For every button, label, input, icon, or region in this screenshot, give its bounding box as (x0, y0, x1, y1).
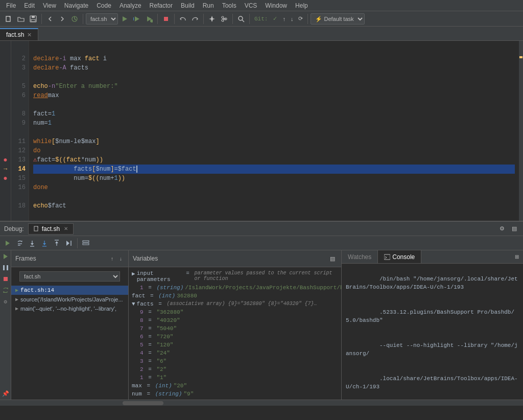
menu-edit[interactable]: Edit (20, 0, 39, 11)
breakpoint-dot-2: ● (3, 175, 7, 182)
var-facts-3: 3 = "6" (129, 357, 341, 365)
variables-expand-btn[interactable]: ▤ (328, 252, 337, 265)
git-commit-btn[interactable]: ✓ (271, 13, 279, 25)
scroll-thumb[interactable] (123, 401, 163, 405)
menu-help[interactable]: Help (291, 0, 312, 11)
var-facts-8: 8 = "40320" (129, 316, 341, 324)
frame-item-3[interactable]: ▶ main('--quiet', '--no-highlight', '--l… (11, 304, 128, 313)
toolbar-vcs-btn[interactable] (219, 13, 230, 25)
toolbar-run-btn[interactable] (119, 13, 130, 25)
svg-marker-31 (66, 241, 69, 246)
git-fetch-btn[interactable]: ⟳ (296, 13, 305, 25)
toolbar-save-btn[interactable] (28, 13, 39, 25)
toolbar-pin-btn[interactable] (206, 13, 218, 25)
gutter-line-13: ● (0, 155, 11, 165)
tab-console[interactable]: Console (378, 250, 421, 263)
var-desc-facts: (associative array) {9}="362880" {8}="40… (167, 301, 320, 307)
var-num: num = (string) "9" (129, 390, 341, 398)
frames-down-btn[interactable]: ↓ (117, 252, 124, 265)
menu-code[interactable]: Code (92, 0, 115, 11)
code-content[interactable]: declare -i max fact i declare -A facts e… (29, 41, 519, 221)
menu-run[interactable]: Run (199, 0, 218, 11)
debug-tab-close[interactable]: ✕ (64, 226, 68, 231)
ln-17 (14, 192, 26, 201)
menu-file[interactable]: File (2, 0, 20, 11)
debug-frames-btn[interactable] (80, 237, 91, 249)
debug-sidebar-stop[interactable] (2, 275, 10, 283)
toolbar-sep-6 (232, 14, 233, 24)
menu-tools[interactable]: Tools (218, 0, 241, 11)
debug-step-into-my-code-btn[interactable] (39, 237, 50, 249)
debug-sidebar-rerun[interactable] (2, 286, 10, 294)
debug-tab-fact[interactable]: fact.sh ✕ (28, 223, 74, 235)
code-line-17 (33, 192, 515, 201)
svg-rect-36 (3, 265, 5, 270)
frames-up-btn[interactable]: ↑ (109, 252, 115, 265)
ln-12: 12 (14, 146, 26, 155)
debug-sidebar-pause[interactable] (2, 264, 10, 272)
debug-sidebar-settings[interactable]: ⚙ (2, 297, 10, 306)
var-input-params[interactable]: ▶ input parameters = parameter values pa… (129, 269, 341, 284)
menu-refactor[interactable]: Refactor (146, 0, 177, 11)
git-pull-btn[interactable]: ↓ (289, 13, 296, 25)
variables-content[interactable]: ▶ input parameters = parameter values pa… (129, 267, 341, 400)
code-line-15: num=$((num+1)) (33, 174, 515, 183)
toolbar-redo-btn[interactable] (189, 13, 201, 25)
run-config-combo[interactable]: fact.sh (86, 13, 118, 25)
frames-file-selector[interactable]: fact.sh (19, 271, 120, 282)
editor-tab-close[interactable]: ✕ (27, 32, 32, 38)
var-facts-eq-8: = (145, 317, 155, 323)
var-facts-group[interactable]: ▼ facts = (associative array) {9}="36288… (129, 300, 341, 308)
var-facts-key-2: 2 (140, 366, 144, 372)
frame-item-2[interactable]: ▶ source('/IslandWork/Projects/JavaProje… (11, 295, 128, 304)
debug-maximize-btn[interactable]: ▤ (510, 223, 519, 235)
code-line-8: fact=1 (33, 109, 515, 119)
debug-run-to-cursor-btn[interactable] (63, 237, 75, 249)
ln-2: 2 (14, 54, 26, 63)
ln-1 (14, 45, 26, 54)
var-facts-key-9: 9 (140, 309, 144, 315)
menu-navigate[interactable]: Navigate (60, 0, 92, 11)
toolbar-new-btn[interactable] (3, 13, 14, 25)
editor-tab-fact[interactable]: fact.sh ✕ (0, 28, 38, 40)
toolbar-fwd-btn[interactable] (57, 13, 68, 25)
gutter-line-11 (0, 137, 11, 146)
menu-view[interactable]: View (39, 0, 60, 11)
task-combo[interactable]: ⚡ Default task (311, 13, 365, 25)
var-val-num: "9" (183, 391, 194, 397)
tab-watches[interactable]: Watches (342, 250, 378, 263)
debug-step-over-btn[interactable] (14, 237, 26, 249)
menu-build[interactable]: Build (177, 0, 199, 11)
debug-header-tabs: Debug: fact.sh ✕ ⚙ ▤ (0, 222, 523, 236)
toolbar-search-btn[interactable] (235, 13, 247, 25)
var-max: max = (int) "20" (129, 382, 341, 390)
var-subname-1: 1 (140, 285, 144, 291)
frame-item-1[interactable]: ▶ fact.sh:14 (11, 286, 128, 295)
toolbar-back-btn[interactable] (44, 13, 56, 25)
debug-sidebar-pin[interactable]: 📌 (2, 389, 10, 398)
menu-window[interactable]: Window (261, 0, 291, 11)
git-push-btn[interactable]: ↑ (280, 13, 288, 25)
toolbar-recent-btn[interactable] (69, 13, 80, 25)
debug-settings-btn[interactable]: ⚙ (497, 223, 507, 235)
line-numbers: 2 3 5 6 8 9 11 12 13 14 15 16 18 (11, 41, 29, 221)
svg-point-9 (150, 19, 153, 22)
code-line-5: echo -n "Enter a number:" (33, 82, 515, 91)
var-name-num: num (132, 391, 142, 397)
svg-rect-3 (31, 19, 35, 21)
frame-label-2: source('/IslandWork/Projects/JavaProje..… (20, 296, 123, 302)
toolbar-open-btn[interactable] (15, 13, 27, 25)
toolbar-coverage-btn[interactable] (144, 13, 155, 25)
toolbar-debug-run-btn[interactable] (131, 13, 142, 25)
console-action-btn[interactable]: ⊞ (513, 251, 521, 263)
ln-3: 3 (14, 63, 26, 73)
toolbar-stop-btn[interactable] (160, 13, 172, 25)
debug-step-out-btn[interactable] (51, 237, 62, 249)
toolbar-undo-btn[interactable] (177, 13, 188, 25)
menu-vcs[interactable]: VCS (241, 0, 262, 11)
debug-resume-btn[interactable] (2, 237, 13, 249)
svg-point-12 (222, 19, 224, 21)
menu-analyze[interactable]: Analyze (115, 0, 146, 11)
debug-sidebar-resume[interactable] (2, 252, 10, 261)
debug-step-into-btn[interactable] (27, 237, 38, 249)
